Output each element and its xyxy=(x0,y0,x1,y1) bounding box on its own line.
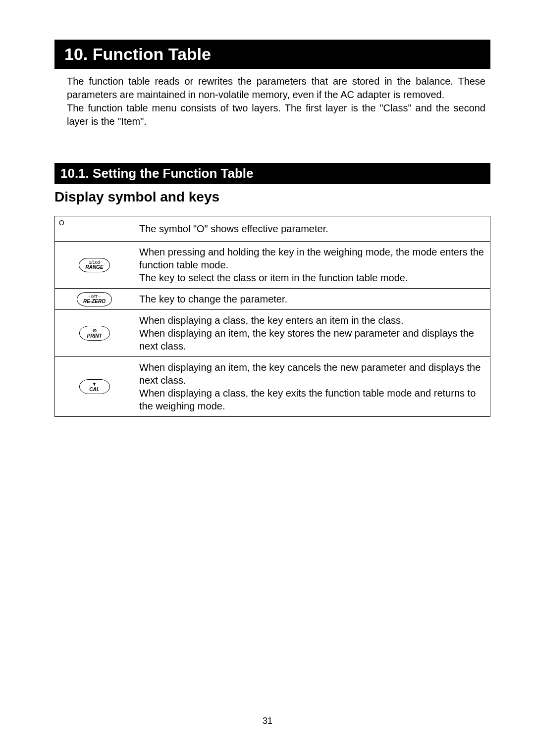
desc-text-post: " shows effective parameter. xyxy=(205,223,328,234)
key-line2: RANGE xyxy=(85,265,103,270)
symbol-cell-key: 1/10d RANGE xyxy=(55,242,134,289)
rezero-key-icon: →0/T← RE-ZERO xyxy=(77,292,112,306)
desc-cell: The symbol "O" shows effective parameter… xyxy=(134,216,490,242)
symbol-cell-key: ⊙ PRINT xyxy=(55,310,134,357)
page-number: 31 xyxy=(0,716,535,726)
desc-cell: When pressing and holding the key in the… xyxy=(134,242,490,289)
symbol-cell-key: ▼ CAL xyxy=(55,357,134,417)
desc-cell: When displaying a class, the key enters … xyxy=(134,310,490,357)
range-key-icon: 1/10d RANGE xyxy=(79,258,109,272)
symbol-cell-circle: O xyxy=(55,216,134,242)
key-line2: RE-ZERO xyxy=(83,299,106,304)
subsection-heading: Display symbol and keys xyxy=(54,189,490,205)
table-row: ⊙ PRINT When displaying a class, the key… xyxy=(55,310,490,357)
key-line2: PRINT xyxy=(86,334,104,339)
desc-text-pre: The symbol " xyxy=(139,223,197,234)
intro-paragraph-1: The function table reads or rewrites the… xyxy=(67,75,485,101)
document-page: 10. Function Table The function table re… xyxy=(0,0,535,756)
intro-paragraph-2: The function table menu consists of two … xyxy=(67,101,485,128)
keys-table: O The symbol "O" shows effective paramet… xyxy=(54,216,490,417)
key-line2: CAL xyxy=(86,387,104,393)
table-row: ▼ CAL When displaying an item, the key c… xyxy=(55,357,490,417)
table-row: 1/10d RANGE When pressing and holding th… xyxy=(55,242,490,289)
desc-o-letter: O xyxy=(197,223,205,234)
print-key-icon: ⊙ PRINT xyxy=(79,326,110,341)
circle-symbol: O xyxy=(57,218,132,227)
table-row: →0/T← RE-ZERO The key to change the para… xyxy=(55,289,490,310)
table-row: O The symbol "O" shows effective paramet… xyxy=(55,216,490,242)
desc-text: The key to change the parameter. xyxy=(139,294,287,304)
desc-text: When displaying a class, the key enters … xyxy=(139,315,474,352)
desc-text: When displaying an item, the key cancels… xyxy=(139,362,481,411)
desc-cell: The key to change the parameter. xyxy=(134,289,490,310)
section-heading: 10.1. Setting the Function Table xyxy=(54,163,490,184)
desc-cell: When displaying an item, the key cancels… xyxy=(134,357,490,417)
desc-text: When pressing and holding the key in the… xyxy=(139,247,484,283)
chapter-heading: 10. Function Table xyxy=(54,40,490,69)
cal-key-icon: ▼ CAL xyxy=(79,379,110,394)
symbol-cell-key: →0/T← RE-ZERO xyxy=(55,289,134,310)
